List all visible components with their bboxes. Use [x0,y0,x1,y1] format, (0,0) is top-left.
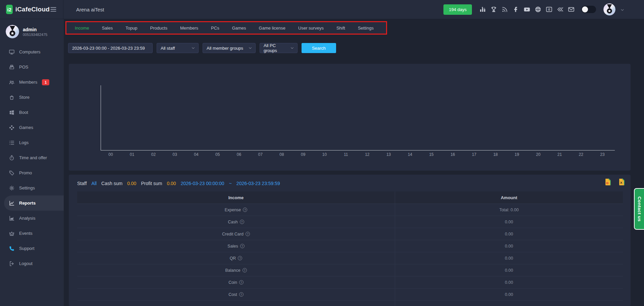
avatar[interactable] [6,25,19,38]
table-row-sales: Sales?0.00 [77,240,623,252]
tab-game-license[interactable]: Game license [253,26,292,31]
report-tabs: IncomeSalesTopupProductsMembersPCsGamesG… [66,22,386,34]
date-tilde: ~ [229,181,232,186]
trophy-icon[interactable] [490,6,497,13]
member-groups-value: All member groups [207,46,243,51]
tab-games[interactable]: Games [226,26,253,31]
income-label: Credit Card? [77,228,395,240]
income-label: Sales? [77,240,395,252]
sidebar-item-support[interactable]: Support [0,241,64,256]
date-range-input[interactable]: 2026-03-23 00:00 - 2026-03-23 23:59 [68,43,153,53]
amount-value: 0.00 [395,228,623,240]
chevron-down-icon[interactable] [620,7,625,12]
tab-sales[interactable]: Sales [96,26,119,31]
income-table: Income Amount Expense?Total: 0.00Cash?0.… [77,191,623,306]
cash-sum-label: Cash sum [101,181,122,186]
user-card: admin 005193482475 [0,19,64,42]
sidebar-item-time-and-offer[interactable]: Time and offer [0,150,64,165]
layers-icon[interactable] [557,6,564,13]
help-icon[interactable]: ? [240,220,244,224]
excel-export-icon[interactable]: X [618,178,625,186]
staff-select[interactable]: All staff [157,43,199,53]
income-label: Cost? [77,289,395,300]
help-icon[interactable]: ? [246,232,250,236]
sidebar-item-reports[interactable]: Reports [4,195,64,211]
x-tick-label: 21 [554,152,565,157]
x-tick-label: 07 [255,152,266,157]
sidebar-item-logout[interactable]: Logout [0,256,64,271]
tab-pcs[interactable]: PCs [205,26,226,31]
member-groups-select[interactable]: All member groups [203,43,256,53]
tab-settings[interactable]: Settings [352,26,380,31]
user-id: 005193482475 [23,33,47,37]
globe-icon[interactable] [535,6,541,13]
chart-area-icon [9,215,15,221]
days-remaining-badge[interactable]: 194 days [443,4,472,15]
sidebar-item-promo[interactable]: Promo [0,165,64,180]
amount-value: 0.00 [395,276,623,288]
search-button[interactable]: Search [302,43,336,53]
sidebar-item-computers[interactable]: Computers [0,44,64,59]
sidebar-item-store[interactable]: Store [0,90,64,105]
stopwatch-icon [9,155,15,161]
help-icon[interactable]: ? [238,256,242,260]
rss-icon[interactable] [501,6,508,13]
menu-icon[interactable] [50,6,57,13]
members-badge: 1 [42,79,49,85]
help-icon[interactable]: ? [239,280,244,285]
page-title: Arena aiTest [76,7,104,12]
tab-topup[interactable]: Topup [119,26,144,31]
table-row-expense: Expense?Total: 0.00 [77,204,623,216]
help-icon[interactable]: ? [240,244,245,248]
staff-all-link[interactable]: All [92,181,97,186]
row-label-text: Sales [227,244,238,249]
tab-members[interactable]: Members [174,26,205,31]
tab-user-surveys[interactable]: User surveys [292,26,330,31]
pdf-export-icon[interactable] [604,178,611,186]
pc-groups-value: All PC groups [264,43,287,53]
tab-products[interactable]: Products [144,26,174,31]
youtube-icon[interactable] [524,6,530,13]
x-tick-label: 09 [298,152,309,157]
sidebar-menu: ComputersPOSMembers1StoreBootGamesLogsTi… [0,44,64,271]
avatar[interactable] [603,3,615,15]
x-tick-label: 02 [148,152,159,157]
x-tick-label: 16 [447,152,458,157]
sidebar-item-members[interactable]: Members1 [0,75,64,90]
help-icon[interactable]: ? [239,292,244,297]
help-icon[interactable]: ? [243,208,247,212]
tab-income[interactable]: Income [68,26,96,31]
theme-toggle[interactable] [581,6,596,13]
amount-value: 0.00 [395,216,623,228]
mail-icon[interactable] [568,6,575,13]
table-row-qr: QR?0.00 [77,252,623,264]
help-icon[interactable]: ? [243,268,247,272]
pc-groups-select[interactable]: All PC groups [260,43,298,53]
ranking-icon[interactable] [479,6,486,13]
sidebar-item-games[interactable]: Games [0,120,64,135]
tag-icon [9,170,15,176]
sidebar-item-analysis[interactable]: Analysis [0,211,64,226]
sidebar-item-pos[interactable]: POS [0,59,64,75]
table-row-cost: Cost?0.00 [77,288,623,300]
staff-label: Staff [77,181,87,186]
sidebar-item-events[interactable]: Events [0,226,64,241]
sidebar-item-logs[interactable]: Logs [0,135,64,150]
row-label-text: Balance [225,268,240,273]
amount-value: 0.00 [395,264,623,276]
tab-shift[interactable]: Shift [330,26,352,31]
sidebar-item-label: Support [19,246,35,251]
table-row-coin: Coin?0.00 [77,276,623,288]
sidebar-item-settings[interactable]: Settings [0,180,64,195]
facebook-icon[interactable] [513,6,519,13]
brand[interactable]: i2 iCafeCloud [0,0,50,19]
table-row-credit-card: Credit Card?0.00 [77,228,623,240]
sidebar-item-boot[interactable]: Boot [0,105,64,120]
sidebar-item-label: Analysis [19,216,35,221]
table-row-cash: Cash?0.00 [77,216,623,228]
sidebar: admin 005193482475 ComputersPOSMembers1S… [0,19,64,306]
phone-icon [9,246,15,252]
sidebar-item-label: Logs [19,140,29,145]
icafe-logo-icon[interactable]: i2 [546,6,552,13]
contact-us-button[interactable]: Contact us [634,188,644,230]
